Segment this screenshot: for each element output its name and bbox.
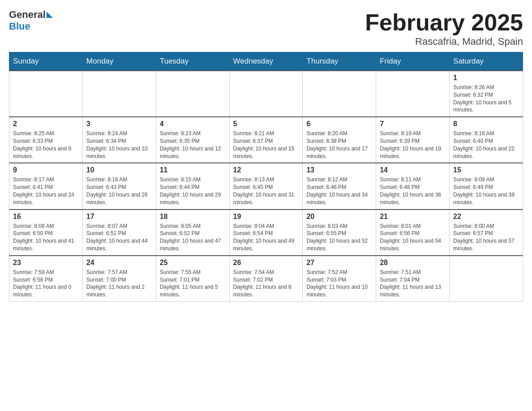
day-info: Sunrise: 7:54 AM Sunset: 7:02 PM Dayligh…: [233, 269, 299, 299]
day-number: 6: [306, 120, 372, 128]
calendar-cell: 3Sunrise: 8:24 AM Sunset: 6:34 PM Daylig…: [82, 117, 156, 163]
day-info: Sunrise: 8:08 AM Sunset: 6:50 PM Dayligh…: [13, 223, 79, 253]
day-number: 8: [453, 120, 519, 128]
day-number: 22: [453, 213, 519, 221]
calendar-cell: 7Sunrise: 8:19 AM Sunset: 6:39 PM Daylig…: [376, 117, 450, 163]
day-info: Sunrise: 8:19 AM Sunset: 6:39 PM Dayligh…: [380, 130, 446, 160]
day-info: Sunrise: 8:11 AM Sunset: 6:48 PM Dayligh…: [380, 176, 446, 206]
day-number: 15: [453, 166, 519, 174]
weekday-header-row: Sunday Monday Tuesday Wednesday Thursday…: [9, 52, 523, 71]
calendar-week-row: 16Sunrise: 8:08 AM Sunset: 6:50 PM Dayli…: [9, 210, 523, 256]
day-info: Sunrise: 7:57 AM Sunset: 7:00 PM Dayligh…: [86, 269, 152, 299]
calendar-cell: 4Sunrise: 8:23 AM Sunset: 6:35 PM Daylig…: [156, 117, 229, 163]
calendar-cell: 22Sunrise: 8:00 AM Sunset: 6:57 PM Dayli…: [450, 210, 523, 256]
calendar-cell: 23Sunrise: 7:58 AM Sunset: 6:58 PM Dayli…: [9, 256, 83, 302]
day-info: Sunrise: 8:26 AM Sunset: 6:32 PM Dayligh…: [453, 84, 519, 114]
calendar-cell: 21Sunrise: 8:01 AM Sunset: 6:56 PM Dayli…: [376, 210, 450, 256]
logo-general-text: General: [9, 9, 46, 21]
calendar-cell: 19Sunrise: 8:04 AM Sunset: 6:54 PM Dayli…: [229, 210, 303, 256]
calendar-cell: [156, 71, 229, 117]
day-info: Sunrise: 8:16 AM Sunset: 6:43 PM Dayligh…: [86, 176, 152, 206]
header-friday: Friday: [376, 52, 450, 71]
calendar-cell: 15Sunrise: 8:09 AM Sunset: 6:49 PM Dayli…: [450, 163, 523, 209]
calendar-cell: 20Sunrise: 8:03 AM Sunset: 6:55 PM Dayli…: [303, 210, 376, 256]
calendar-cell: 2Sunrise: 8:25 AM Sunset: 6:33 PM Daylig…: [9, 117, 83, 163]
day-number: 13: [306, 166, 372, 174]
day-number: 11: [160, 166, 226, 174]
day-number: 3: [86, 120, 152, 128]
day-info: Sunrise: 8:05 AM Sunset: 6:52 PM Dayligh…: [160, 223, 226, 253]
day-info: Sunrise: 8:01 AM Sunset: 6:56 PM Dayligh…: [380, 223, 446, 253]
day-number: 10: [86, 166, 152, 174]
logo: General Blue: [9, 9, 54, 32]
calendar-cell: 25Sunrise: 7:55 AM Sunset: 7:01 PM Dayli…: [156, 256, 229, 302]
header-saturday: Saturday: [450, 52, 523, 71]
month-year-title: February 2025: [365, 9, 523, 36]
header-wednesday: Wednesday: [229, 52, 303, 71]
page-header: General Blue February 2025 Rascafria, Ma…: [9, 9, 523, 47]
day-info: Sunrise: 8:21 AM Sunset: 6:37 PM Dayligh…: [233, 130, 299, 160]
calendar-cell: 8Sunrise: 8:18 AM Sunset: 6:40 PM Daylig…: [450, 117, 523, 163]
day-info: Sunrise: 8:09 AM Sunset: 6:49 PM Dayligh…: [453, 176, 519, 206]
calendar-cell: [303, 71, 376, 117]
calendar-cell: 27Sunrise: 7:52 AM Sunset: 7:03 PM Dayli…: [303, 256, 376, 302]
day-number: 5: [233, 120, 299, 128]
day-number: 18: [160, 213, 226, 221]
calendar-cell: 14Sunrise: 8:11 AM Sunset: 6:48 PM Dayli…: [376, 163, 450, 209]
calendar-week-row: 23Sunrise: 7:58 AM Sunset: 6:58 PM Dayli…: [9, 256, 523, 302]
title-block: February 2025 Rascafria, Madrid, Spain: [365, 9, 523, 47]
day-info: Sunrise: 8:12 AM Sunset: 6:46 PM Dayligh…: [306, 176, 372, 206]
day-info: Sunrise: 8:04 AM Sunset: 6:54 PM Dayligh…: [233, 223, 299, 253]
day-number: 9: [13, 166, 79, 174]
day-number: 21: [380, 213, 446, 221]
day-number: 7: [380, 120, 446, 128]
day-number: 14: [380, 166, 446, 174]
calendar-cell: [82, 71, 156, 117]
day-number: 1: [453, 74, 519, 82]
calendar-cell: 1Sunrise: 8:26 AM Sunset: 6:32 PM Daylig…: [450, 71, 523, 117]
calendar-cell: 5Sunrise: 8:21 AM Sunset: 6:37 PM Daylig…: [229, 117, 303, 163]
calendar-cell: 10Sunrise: 8:16 AM Sunset: 6:43 PM Dayli…: [82, 163, 156, 209]
calendar-cell: 6Sunrise: 8:20 AM Sunset: 6:38 PM Daylig…: [303, 117, 376, 163]
logo-blue-text: Blue: [9, 21, 30, 32]
header-thursday: Thursday: [303, 52, 376, 71]
calendar-cell: 9Sunrise: 8:17 AM Sunset: 6:41 PM Daylig…: [9, 163, 83, 209]
day-number: 16: [13, 213, 79, 221]
day-info: Sunrise: 8:20 AM Sunset: 6:38 PM Dayligh…: [306, 130, 372, 160]
calendar-week-row: 9Sunrise: 8:17 AM Sunset: 6:41 PM Daylig…: [9, 163, 523, 209]
day-info: Sunrise: 8:18 AM Sunset: 6:40 PM Dayligh…: [453, 130, 519, 160]
day-number: 12: [233, 166, 299, 174]
day-info: Sunrise: 7:55 AM Sunset: 7:01 PM Dayligh…: [160, 269, 226, 299]
calendar-cell: [450, 256, 523, 302]
calendar-cell: 11Sunrise: 8:15 AM Sunset: 6:44 PM Dayli…: [156, 163, 229, 209]
logo-triangle-icon: [47, 12, 53, 18]
day-number: 27: [306, 259, 372, 267]
calendar-cell: 16Sunrise: 8:08 AM Sunset: 6:50 PM Dayli…: [9, 210, 83, 256]
calendar-cell: 17Sunrise: 8:07 AM Sunset: 6:51 PM Dayli…: [82, 210, 156, 256]
calendar-cell: [9, 71, 83, 117]
header-sunday: Sunday: [9, 52, 83, 71]
day-info: Sunrise: 7:51 AM Sunset: 7:04 PM Dayligh…: [380, 269, 446, 299]
calendar-cell: [376, 71, 450, 117]
day-info: Sunrise: 7:52 AM Sunset: 7:03 PM Dayligh…: [306, 269, 372, 299]
header-monday: Monday: [82, 52, 156, 71]
day-info: Sunrise: 8:03 AM Sunset: 6:55 PM Dayligh…: [306, 223, 372, 253]
calendar-cell: [229, 71, 303, 117]
day-number: 28: [380, 259, 446, 267]
header-tuesday: Tuesday: [156, 52, 229, 71]
day-number: 4: [160, 120, 226, 128]
calendar-cell: 24Sunrise: 7:57 AM Sunset: 7:00 PM Dayli…: [82, 256, 156, 302]
calendar-cell: 12Sunrise: 8:13 AM Sunset: 6:45 PM Dayli…: [229, 163, 303, 209]
day-info: Sunrise: 8:13 AM Sunset: 6:45 PM Dayligh…: [233, 176, 299, 206]
calendar-cell: 26Sunrise: 7:54 AM Sunset: 7:02 PM Dayli…: [229, 256, 303, 302]
calendar-body: 1Sunrise: 8:26 AM Sunset: 6:32 PM Daylig…: [9, 71, 523, 301]
calendar-cell: 13Sunrise: 8:12 AM Sunset: 6:46 PM Dayli…: [303, 163, 376, 209]
calendar-header: Sunday Monday Tuesday Wednesday Thursday…: [9, 52, 523, 71]
calendar-cell: 18Sunrise: 8:05 AM Sunset: 6:52 PM Dayli…: [156, 210, 229, 256]
day-info: Sunrise: 7:58 AM Sunset: 6:58 PM Dayligh…: [13, 269, 79, 299]
day-info: Sunrise: 8:25 AM Sunset: 6:33 PM Dayligh…: [13, 130, 79, 160]
day-info: Sunrise: 8:15 AM Sunset: 6:44 PM Dayligh…: [160, 176, 226, 206]
day-number: 24: [86, 259, 152, 267]
calendar-cell: 28Sunrise: 7:51 AM Sunset: 7:04 PM Dayli…: [376, 256, 450, 302]
day-info: Sunrise: 8:07 AM Sunset: 6:51 PM Dayligh…: [86, 223, 152, 253]
